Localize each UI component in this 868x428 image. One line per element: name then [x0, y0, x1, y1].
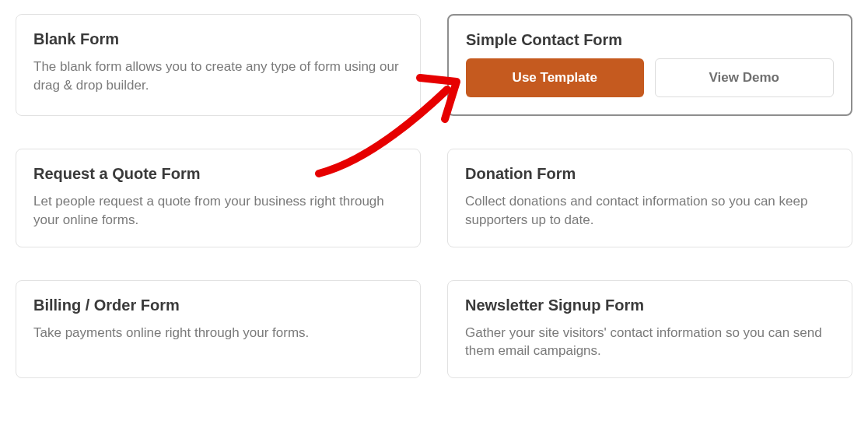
- card-description: Gather your site visitors' contact infor…: [465, 324, 835, 361]
- card-description: The blank form allows you to create any …: [33, 58, 403, 95]
- view-demo-button[interactable]: View Demo: [655, 58, 835, 97]
- card-actions: Use Template View Demo: [466, 58, 834, 97]
- template-card-donation-form[interactable]: Donation Form Collect donations and cont…: [447, 149, 852, 247]
- template-card-newsletter-signup-form[interactable]: Newsletter Signup Form Gather your site …: [447, 280, 852, 379]
- card-title: Newsletter Signup Form: [465, 296, 835, 314]
- use-template-button[interactable]: Use Template: [466, 58, 644, 97]
- template-card-request-quote-form[interactable]: Request a Quote Form Let people request …: [16, 149, 421, 247]
- card-description: Collect donations and contact informatio…: [465, 192, 835, 230]
- card-title: Donation Form: [465, 165, 835, 183]
- card-title: Request a Quote Form: [33, 165, 403, 183]
- card-description: Take payments online right through your …: [33, 324, 403, 342]
- template-card-billing-order-form[interactable]: Billing / Order Form Take payments onlin…: [16, 280, 421, 379]
- card-title: Billing / Order Form: [33, 296, 403, 314]
- card-description: Let people request a quote from your bus…: [33, 192, 403, 230]
- template-card-blank-form[interactable]: Blank Form The blank form allows you to …: [16, 14, 421, 116]
- template-grid: Blank Form The blank form allows you to …: [16, 14, 852, 378]
- card-title: Simple Contact Form: [466, 31, 834, 49]
- card-title: Blank Form: [33, 30, 403, 48]
- template-card-simple-contact-form[interactable]: Simple Contact Form Use Template View De…: [447, 14, 852, 116]
